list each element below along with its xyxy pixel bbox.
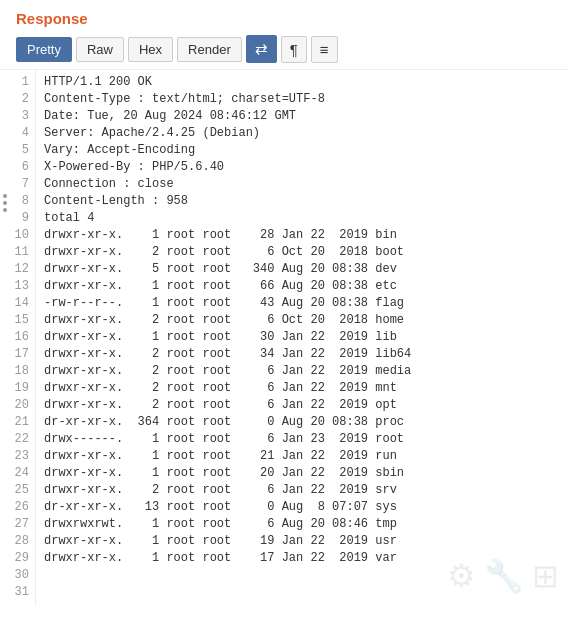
code-line: total 4 [44, 210, 561, 227]
code-line: drwxr-xr-x. 2 root root 6 Oct 20 2018 ho… [44, 312, 561, 329]
code-line: drwxr-xr-x. 1 root root 20 Jan 22 2019 s… [44, 465, 561, 482]
tab-hex[interactable]: Hex [128, 37, 173, 62]
code-line: drwxr-xr-x. 2 root root 6 Jan 22 2019 op… [44, 397, 561, 414]
code-line: dr-xr-xr-x. 13 root root 0 Aug 8 07:07 s… [44, 499, 561, 516]
tabs-bar: Pretty Raw Hex Render ⇄ ¶ ≡ [16, 35, 553, 63]
code-line: drwxrwxrwt. 1 root root 6 Aug 20 08:46 t… [44, 516, 561, 533]
line-number: 5 [4, 142, 29, 159]
line-number: 12 [4, 261, 29, 278]
line-numbers: 1234567891011121314151617181920212223242… [0, 70, 36, 605]
code-line: drwxr-xr-x. 1 root root 66 Aug 20 08:38 … [44, 278, 561, 295]
code-line: Content-Type : text/html; charset=UTF-8 [44, 91, 561, 108]
code-line: drwxr-xr-x. 2 root root 6 Oct 20 2018 bo… [44, 244, 561, 261]
code-line: drwxr-xr-x. 1 root root 17 Jan 22 2019 v… [44, 550, 561, 567]
code-line: drwxr-xr-x. 1 root root 28 Jan 22 2019 b… [44, 227, 561, 244]
code-line: drwxr-xr-x. 1 root root 19 Jan 22 2019 u… [44, 533, 561, 550]
code-line: X-Powered-By : PHP/5.6.40 [44, 159, 561, 176]
line-number: 31 [4, 584, 29, 601]
tab-render[interactable]: Render [177, 37, 242, 62]
line-number: 2 [4, 91, 29, 108]
side-dots [0, 190, 10, 216]
code-line: drwxr-xr-x. 2 root root 34 Jan 22 2019 l… [44, 346, 561, 363]
code-line: drwxr-xr-x. 2 root root 6 Jan 22 2019 sr… [44, 482, 561, 499]
line-number: 11 [4, 244, 29, 261]
indent-icon-button[interactable]: ¶ [281, 36, 307, 63]
line-number: 18 [4, 363, 29, 380]
response-title: Response [16, 10, 553, 27]
code-line: dr-xr-xr-x. 364 root root 0 Aug 20 08:38… [44, 414, 561, 431]
line-number: 1 [4, 74, 29, 91]
wrap-icon-button[interactable]: ⇄ [246, 35, 277, 63]
line-number: 19 [4, 380, 29, 397]
code-line: Vary: Accept-Encoding [44, 142, 561, 159]
code-line: Date: Tue, 20 Aug 2024 08:46:12 GMT [44, 108, 561, 125]
line-number: 13 [4, 278, 29, 295]
code-line: drwxr-xr-x. 1 root root 30 Jan 22 2019 l… [44, 329, 561, 346]
menu-icon-button[interactable]: ≡ [311, 36, 338, 63]
line-number: 4 [4, 125, 29, 142]
line-number: 27 [4, 516, 29, 533]
response-header: Response Pretty Raw Hex Render ⇄ ¶ ≡ [0, 0, 569, 70]
line-number: 3 [4, 108, 29, 125]
code-content[interactable]: HTTP/1.1 200 OKContent-Type : text/html;… [36, 70, 569, 605]
line-number: 20 [4, 397, 29, 414]
line-number: 25 [4, 482, 29, 499]
line-number: 15 [4, 312, 29, 329]
line-number: 10 [4, 227, 29, 244]
line-number: 28 [4, 533, 29, 550]
line-number: 24 [4, 465, 29, 482]
line-number: 16 [4, 329, 29, 346]
code-line: drwx------. 1 root root 6 Jan 23 2019 ro… [44, 431, 561, 448]
code-line: HTTP/1.1 200 OK [44, 74, 561, 91]
line-number: 26 [4, 499, 29, 516]
dot-3 [3, 208, 7, 212]
line-number: 30 [4, 567, 29, 584]
tab-pretty[interactable]: Pretty [16, 37, 72, 62]
code-line: drwxr-xr-x. 2 root root 6 Jan 22 2019 me… [44, 363, 561, 380]
code-line: -rw-r--r--. 1 root root 43 Aug 20 08:38 … [44, 295, 561, 312]
code-line: drwxr-xr-x. 5 root root 340 Aug 20 08:38… [44, 261, 561, 278]
line-number: 14 [4, 295, 29, 312]
dot-2 [3, 201, 7, 205]
line-number: 22 [4, 431, 29, 448]
dot-1 [3, 194, 7, 198]
line-number: 29 [4, 550, 29, 567]
line-number: 21 [4, 414, 29, 431]
code-line: drwxr-xr-x. 1 root root 21 Jan 22 2019 r… [44, 448, 561, 465]
line-number: 6 [4, 159, 29, 176]
line-number: 23 [4, 448, 29, 465]
content-area: 1234567891011121314151617181920212223242… [0, 70, 569, 605]
code-line: Server: Apache/2.4.25 (Debian) [44, 125, 561, 142]
line-number: 17 [4, 346, 29, 363]
code-line: Connection : close [44, 176, 561, 193]
code-line: Content-Length : 958 [44, 193, 561, 210]
tab-raw[interactable]: Raw [76, 37, 124, 62]
code-line: drwxr-xr-x. 2 root root 6 Jan 22 2019 mn… [44, 380, 561, 397]
